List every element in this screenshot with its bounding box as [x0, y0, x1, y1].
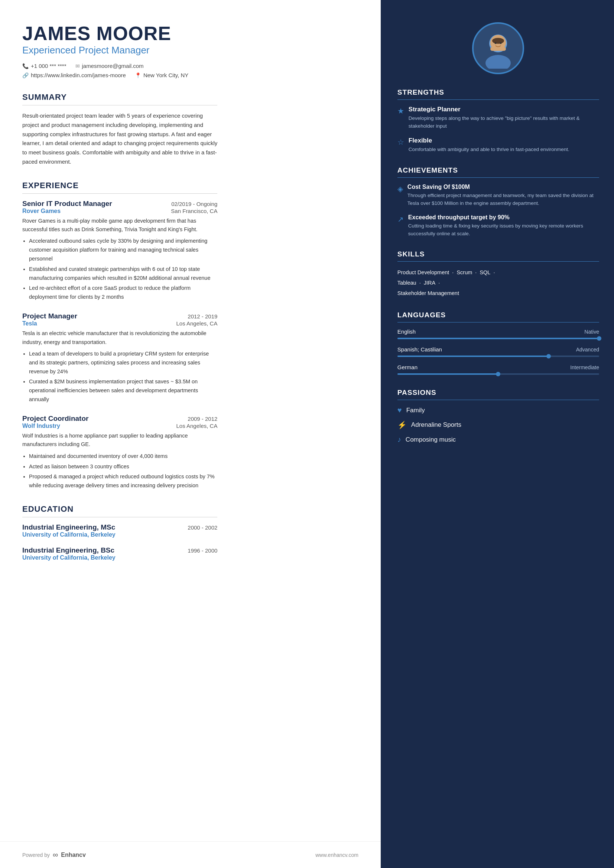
lang-row-3: German Intermediate: [398, 364, 599, 370]
skills-section: SKILLS Product Development · Scrum · SQL…: [398, 250, 599, 298]
strength-desc-2: Comfortable with ambiguity and able to t…: [409, 146, 569, 153]
strength-content-1: Strategic Planner Developing steps along…: [409, 106, 599, 130]
language-item-2: Spanish; Castilian Advanced: [398, 346, 599, 358]
skill-dot-1: ·: [451, 270, 455, 275]
skill-dot-4: ·: [418, 280, 422, 286]
edu-header-1: Industrial Engineering, MSc 2000 - 2002: [22, 523, 217, 532]
skill-6: Stakeholder Management: [398, 290, 459, 296]
skills-title: SKILLS: [398, 250, 599, 262]
exp-job-title-2: Project Manager: [22, 312, 77, 320]
achievement-content-1: Cost Saving Of $100M Through efficient p…: [407, 184, 599, 208]
passions-section: PASSIONS ♥ Family ⚡ Adrenaline Sports ♪ …: [398, 389, 599, 444]
svg-point-4: [492, 38, 504, 44]
exp-company-row-2: Tesla Los Angeles, CA: [22, 320, 217, 329]
skill-dot-2: ·: [474, 270, 478, 275]
passion-name-3: Composing music: [406, 436, 456, 443]
achievement-item-1: ◈ Cost Saving Of $100M Through efficient…: [398, 184, 599, 208]
passions-title: PASSIONS: [398, 389, 599, 400]
full-name: JAMES MOORE: [22, 22, 217, 45]
page-footer: Powered by ∞ Enhancv www.enhancv.com: [0, 841, 381, 868]
exp-company-1: Rover Games: [22, 208, 61, 214]
exp-bullets-2: Lead a team of developers to build a pro…: [22, 350, 217, 405]
brand-name: Enhancv: [61, 852, 86, 858]
lang-level-3: Intermediate: [570, 364, 599, 370]
lang-name-3: German: [398, 364, 418, 370]
language-item-1: English Native: [398, 329, 599, 340]
resume-header: JAMES MOORE Experienced Project Manager …: [22, 22, 217, 78]
exp-entry-2: Project Manager 2012 - 2019 Tesla Los An…: [22, 312, 217, 404]
star-outline-icon: ☆: [398, 138, 404, 153]
exp-bullets-3: Maintained and documented inventory of o…: [22, 452, 217, 491]
exp-location-2: Los Angeles, CA: [176, 320, 218, 327]
phone-icon: 📞: [22, 63, 29, 69]
exp-bullet-3-3: Proposed & managed a project which reduc…: [29, 473, 217, 490]
exp-desc-3: Wolf Industries is a home appliance part…: [22, 432, 217, 449]
exp-location-1: San Francisco, CA: [171, 208, 217, 214]
lang-dot-3: [496, 372, 501, 376]
lang-name-2: Spanish; Castilian: [398, 346, 442, 353]
exp-job-title-1: Senior IT Product Manager: [22, 200, 112, 208]
exp-dates-3: 2009 - 2012: [188, 415, 217, 422]
svg-point-5: [495, 42, 497, 44]
skill-1: Product Development: [398, 270, 449, 275]
achievements-title: ACHIEVEMENTS: [398, 166, 599, 178]
edu-entry-2: Industrial Engineering, BSc 1996 - 2000 …: [22, 546, 217, 561]
exp-company-row-1: Rover Games San Francisco, CA: [22, 208, 217, 217]
skill-4: Tableau: [398, 280, 417, 286]
lang-fill-1: [398, 338, 599, 339]
strengths-title: STRENGTHS: [398, 88, 599, 100]
exp-bullet-3-1: Maintained and documented inventory of o…: [29, 452, 217, 461]
exp-bullet-1-1: Accelerated outbound sales cycle by 330%…: [29, 237, 217, 264]
linkedin-url: https://www.linkedin.com/james-moore: [31, 72, 126, 78]
skill-5: JIRA: [424, 280, 435, 286]
music-icon: ♪: [398, 435, 401, 444]
email-contact: ✉ jamesmoore@gmail.com: [75, 63, 144, 69]
exp-dates-1: 02/2019 - Ongoing: [171, 201, 217, 207]
passion-item-3: ♪ Composing music: [398, 435, 599, 444]
passion-name-1: Family: [406, 407, 425, 414]
language-item-3: German Intermediate: [398, 364, 599, 376]
experience-section: EXPERIENCE Senior IT Product Manager 02/…: [22, 181, 217, 491]
arrow-up-icon: ↗: [398, 215, 404, 238]
exp-company-row-3: Wolf Industry Los Angeles, CA: [22, 423, 217, 432]
achievement-content-2: Exceeded throughput target by 90% Cuttin…: [408, 214, 599, 238]
experience-title: EXPERIENCE: [22, 181, 217, 194]
strength-item-1: ★ Strategic Planner Developing steps alo…: [398, 106, 599, 130]
lang-bar-2: [398, 354, 599, 358]
edu-entry-1: Industrial Engineering, MSc 2000 - 2002 …: [22, 523, 217, 538]
lang-bar-1: [398, 336, 599, 340]
enhancv-logo-icon: ∞: [53, 851, 58, 859]
strengths-section: STRENGTHS ★ Strategic Planner Developing…: [398, 88, 599, 153]
edu-degree-2: Industrial Engineering, BSc: [22, 546, 114, 555]
exp-desc-2: Tesla is an electric vehicle manufacture…: [22, 329, 217, 346]
skill-dot-5: ·: [437, 280, 440, 286]
svg-point-6: [500, 42, 502, 44]
edu-school-1: University of California, Berkeley: [22, 532, 217, 538]
location-icon: 📍: [135, 72, 141, 78]
exp-desc-1: Rover Games is a multi-play mobile game …: [22, 217, 217, 234]
exp-company-3: Wolf Industry: [22, 423, 60, 429]
lang-dot-2: [546, 354, 551, 358]
link-icon: 🔗: [22, 72, 29, 78]
exp-dates-2: 2012 - 2019: [188, 313, 217, 319]
exp-header-1: Senior IT Product Manager 02/2019 - Ongo…: [22, 200, 217, 208]
job-title: Experienced Project Manager: [22, 45, 217, 56]
avatar-illustration: [478, 28, 519, 69]
email-icon: ✉: [75, 63, 80, 69]
lang-dot-1: [597, 336, 602, 341]
passion-item-1: ♥ Family: [398, 406, 599, 414]
skills-list: Product Development · Scrum · SQL · Tabl…: [398, 268, 599, 298]
exp-job-title-3: Project Coordinator: [22, 414, 89, 423]
languages-section: LANGUAGES English Native Spanish; Castil…: [398, 311, 599, 376]
avatar-container: [398, 22, 599, 74]
strength-desc-1: Developing steps along the way to achiev…: [409, 115, 599, 130]
edu-header-2: Industrial Engineering, BSc 1996 - 2000: [22, 546, 217, 555]
contact-info-2: 🔗 https://www.linkedin.com/james-moore 📍…: [22, 72, 217, 78]
lang-track-2: [398, 355, 599, 357]
linkedin-contact: 🔗 https://www.linkedin.com/james-moore: [22, 72, 126, 78]
strength-item-2: ☆ Flexible Comfortable with ambiguity an…: [398, 137, 599, 153]
exp-entry-3: Project Coordinator 2009 - 2012 Wolf Ind…: [22, 414, 217, 490]
footer-powered-by: Powered by ∞ Enhancv: [22, 851, 86, 859]
svg-point-1: [485, 55, 511, 69]
star-filled-icon: ★: [398, 107, 404, 130]
